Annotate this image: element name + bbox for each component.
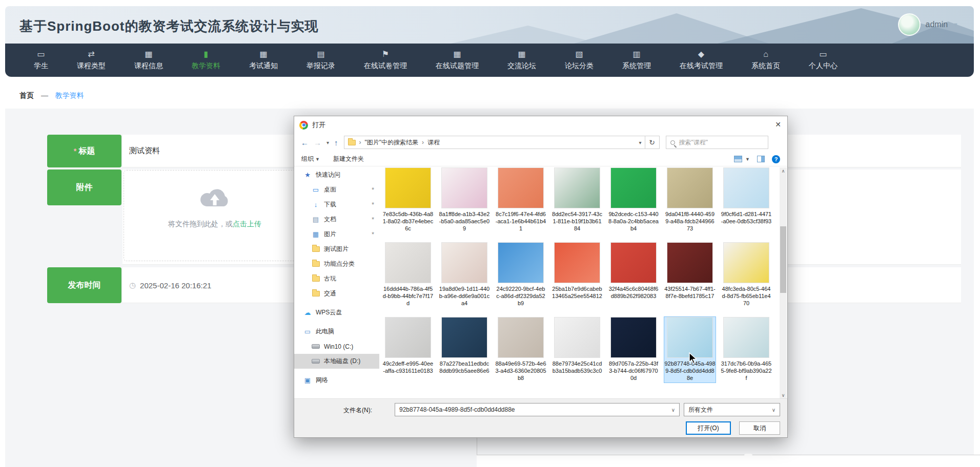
address-dropdown-icon[interactable]: ▾ [639, 140, 642, 145]
file-item[interactable]: 25ba1b7e9d6cabeb13465a25ee554812 [552, 242, 603, 300]
user-menu[interactable]: admin ▼ [898, 13, 958, 36]
file-item[interactable]: 32f4a45c6c80468f6d889b262f982083 [608, 242, 659, 300]
scroll-up-icon[interactable]: ∧ [780, 168, 787, 174]
sidebar-item-文档[interactable]: ▤文档* [294, 212, 379, 227]
nav-item-系统首页[interactable]: ⌂系统首页 [737, 50, 794, 71]
sidebar-item-古玩[interactable]: 古玩 [294, 271, 379, 286]
file-item-selected[interactable]: 92b87748-045a-4989-8d5f-cdb0dd4dd88e [664, 317, 716, 383]
file-thumbnail[interactable] [723, 242, 769, 283]
sidebar-item-功能点分类[interactable]: 功能点分类 [294, 257, 379, 271]
nav-item-课程类型[interactable]: ⇄课程类型 [63, 50, 120, 71]
file-thumbnail[interactable] [385, 242, 431, 283]
help-icon[interactable]: ? [772, 155, 780, 163]
title-value[interactable]: 测试资料 [129, 146, 160, 156]
file-thumbnail[interactable] [610, 317, 657, 358]
breadcrumb-home[interactable]: 首页 [19, 91, 34, 99]
close-icon[interactable]: ✕ [775, 120, 781, 129]
sidebar-item-图片[interactable]: ▦图片* [294, 227, 379, 242]
file-item[interactable]: 88e79734e25c41cdb3a15badb539c3c0 [552, 317, 603, 374]
file-thumbnail[interactable] [498, 167, 544, 208]
file-item[interactable]: 89d7057a-225b-43f3-b744-dc06f679700d [608, 317, 659, 381]
nav-item-学生[interactable]: ▭学生 [19, 50, 63, 71]
address-segment[interactable]: "图片"中的搜索结果 [365, 138, 419, 147]
dialog-titlebar[interactable]: 打开 ✕ [294, 116, 787, 134]
filename-input[interactable]: 92b87748-045a-4989-8d5f-cdb0dd4dd88e ∨ [395, 403, 680, 416]
publish-time-value[interactable]: ◷ 2025-02-16 20:16:21 [129, 281, 211, 290]
file-thumbnail[interactable] [554, 242, 600, 283]
up-icon[interactable]: ↑ [334, 138, 338, 147]
address-bar[interactable]: › "图片"中的搜索结果›课程 ▾ [344, 136, 645, 149]
file-thumbnail[interactable] [554, 317, 600, 358]
file-item[interactable]: 43f25514-7b67-4ff1-8f7e-8befd1785c17 [664, 242, 716, 300]
preview-pane-icon[interactable] [757, 156, 765, 162]
file-item[interactable]: 48fc3eda-80c5-464d-8d75-fb65eb11e470 [721, 242, 772, 307]
nav-item-考试通知[interactable]: ▦考试通知 [235, 50, 292, 71]
sidebar-item-下载[interactable]: ↓下载* [294, 197, 379, 212]
nav-item-交流论坛[interactable]: ▦交流论坛 [493, 50, 550, 71]
nav-item-课程信息[interactable]: ▦课程信息 [120, 50, 177, 71]
file-item[interactable]: 88a49e69-572b-4e63-a4d3-6360e20805b8 [495, 317, 546, 381]
file-item[interactable]: 317dc7b6-0b9a-4655-9fe8-bf9ab390a22f [721, 317, 772, 381]
upload-dropzone[interactable]: 将文件拖到此处，或点击上传 [124, 170, 306, 261]
file-thumbnail[interactable] [667, 242, 713, 283]
file-item[interactable]: 24c92220-9bcf-4ebc-a86d-df2329da52b9 [495, 242, 546, 307]
back-icon[interactable]: ← [301, 138, 309, 147]
file-thumbnail[interactable] [554, 167, 600, 208]
sidebar-item-测试图片[interactable]: 测试图片 [294, 242, 379, 257]
sidebar-item-此电脑[interactable]: ▭此电脑 [294, 324, 379, 339]
file-thumbnail[interactable] [385, 317, 431, 358]
file-thumbnail[interactable] [610, 167, 657, 208]
file-item[interactable]: 8a1ff8de-a1b3-43e2-b5a0-ada85aec5e09 [439, 167, 490, 232]
file-thumbnail[interactable] [498, 242, 544, 283]
sidebar-item-网络[interactable]: ▣网络 [294, 373, 379, 388]
nav-item-在线考试管理[interactable]: ◆在线考试管理 [665, 50, 737, 71]
view-mode-button[interactable]: ▼ [734, 156, 750, 162]
file-item[interactable]: 9f0cf6d1-d281-4471-a0ee-0db53cf38f93 [721, 167, 772, 225]
forward-icon[interactable]: → [314, 138, 321, 147]
file-item[interactable]: 8dd2ec54-3917-43c1-811e-b19f1b3b6184 [552, 167, 603, 232]
sidebar-item-本地磁盘 (D:)[interactable]: 本地磁盘 (D:) [294, 354, 379, 369]
open-button[interactable]: 打开(O) [686, 421, 731, 435]
file-thumbnail[interactable] [723, 317, 769, 358]
sidebar-item-桌面[interactable]: ▭桌面* [294, 182, 379, 197]
organize-menu[interactable]: 组织▼ [301, 155, 320, 163]
file-item[interactable]: 19a8d0e9-1d11-440b-a96e-dd6e9a001ca4 [439, 242, 490, 307]
file-item[interactable]: 16ddd44b-786a-4f5d-b9bb-44bfc7e7f17d [382, 242, 434, 307]
file-thumbnail[interactable] [610, 242, 657, 283]
nav-item-个人中心[interactable]: ▭个人中心 [794, 50, 852, 71]
sidebar-item-快速访问[interactable]: ★快速访问 [294, 167, 379, 182]
file-item[interactable]: 7e83c5db-436b-4a81-8a02-db37e4ebec6c [382, 167, 434, 232]
nav-item-论坛分类[interactable]: ▧论坛分类 [550, 50, 608, 71]
nav-item-在线试卷管理[interactable]: ⚑在线试卷管理 [350, 50, 421, 71]
sidebar-item-WPS云盘[interactable]: ☁WPS云盘 [294, 305, 379, 320]
file-thumbnail[interactable] [441, 317, 487, 358]
scrollbar-thumb[interactable] [780, 226, 786, 293]
address-segment[interactable]: 课程 [427, 138, 440, 147]
avatar[interactable] [898, 13, 921, 36]
sidebar-item-Win10 (C:)[interactable]: Win10 (C:) [294, 339, 379, 354]
file-thumbnail[interactable] [667, 167, 713, 208]
nav-item-系统管理[interactable]: ▥系统管理 [608, 50, 665, 71]
file-thumbnail[interactable] [385, 167, 431, 208]
file-item[interactable]: 9b2dcedc-c153-4408-8a0a-2c4bb5aceab4 [608, 167, 659, 232]
file-item[interactable]: 8c7c19f6-47e4-4fd6-aca1-1e6b44b61b41 [495, 167, 546, 232]
history-dropdown-icon[interactable]: ▾ [326, 140, 329, 145]
upload-link[interactable]: 点击上传 [233, 220, 261, 228]
breadcrumb-current[interactable]: 教学资料 [55, 91, 84, 99]
file-thumbnail[interactable] [441, 242, 487, 283]
file-thumbnail[interactable] [441, 167, 487, 208]
file-thumbnail[interactable] [667, 317, 713, 358]
search-input[interactable]: 搜索"课程" [666, 136, 768, 149]
nav-item-在线试题管理[interactable]: ▦在线试题管理 [421, 50, 493, 71]
file-thumbnail[interactable] [723, 167, 769, 208]
file-thumbnail[interactable] [498, 317, 544, 358]
filetype-select[interactable]: 所有文件 ∨ [684, 403, 780, 416]
nav-item-教学资料[interactable]: ▮教学资料 [177, 50, 235, 71]
cancel-button[interactable]: 取消 [739, 421, 780, 435]
sidebar-item-交通[interactable]: 交通 [294, 286, 379, 301]
scroll-down-icon[interactable]: ∨ [780, 393, 787, 398]
file-grid-scrollbar[interactable]: ∧ ∨ [780, 167, 787, 399]
file-item[interactable]: 9da041f8-4440-4599-a48a-fdcb24496673 [664, 167, 716, 232]
file-item[interactable]: 49c2deff-e995-40ee-affa-c931611e0183 [382, 317, 434, 374]
file-item[interactable]: 87a227bea11edbdc8ddb99cb5aee86e6 [439, 317, 490, 374]
